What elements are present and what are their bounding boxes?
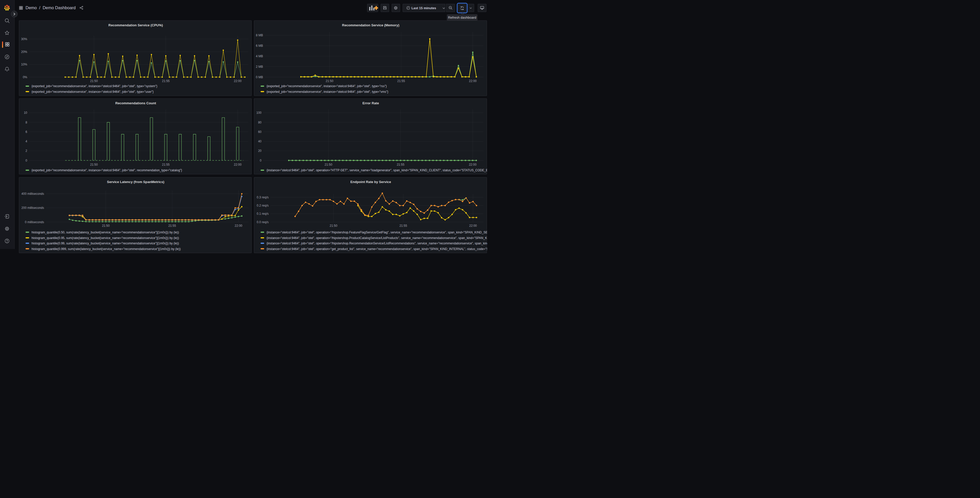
- svg-text:21:55: 21:55: [399, 224, 407, 228]
- svg-text:21:55: 21:55: [162, 163, 169, 166]
- svg-text:22:00: 22:00: [234, 224, 242, 228]
- svg-text:10: 10: [24, 111, 27, 115]
- svg-text:histogram_quantile(0.999, sum(: histogram_quantile(0.999, sum(rate(laten…: [32, 247, 181, 249]
- svg-text:6: 6: [25, 130, 27, 134]
- svg-text:4: 4: [25, 140, 27, 143]
- svg-text:6 MB: 6 MB: [256, 44, 263, 48]
- svg-text:{instance="otelcol:9464", job=: {instance="otelcol:9464", job="otel", op…: [266, 231, 487, 234]
- svg-text:0.1 req/s: 0.1 req/s: [256, 212, 269, 215]
- svg-text:22:00: 22:00: [234, 79, 242, 83]
- svg-text:{exported_job="recommendations: {exported_job="recommendationservice", i…: [32, 168, 182, 172]
- svg-text:histogram_quantile(0.95, sum(r: histogram_quantile(0.95, sum(rate(latenc…: [32, 236, 179, 240]
- svg-text:{instance="otelcol:9464", job=: {instance="otelcol:9464", job="otel", op…: [266, 168, 487, 172]
- svg-text:10%: 10%: [21, 63, 27, 66]
- svg-text:21:55: 21:55: [396, 163, 404, 166]
- svg-text:Recommendations Count: Recommendations Count: [115, 101, 156, 105]
- svg-text:{instance="otelcol:9464", job=: {instance="otelcol:9464", job="otel", op…: [266, 242, 487, 245]
- svg-text:21:50: 21:50: [326, 79, 333, 83]
- svg-text:80: 80: [258, 121, 262, 124]
- svg-text:400 milliseconds: 400 milliseconds: [21, 192, 44, 196]
- svg-text:histogram_quantile(0.99, sum(r: histogram_quantile(0.99, sum(rate(latenc…: [32, 242, 179, 245]
- svg-text:21:50: 21:50: [90, 79, 98, 83]
- svg-text:21:55: 21:55: [397, 79, 405, 83]
- svg-text:20: 20: [258, 149, 262, 153]
- svg-text:{instance="otelcol:9464", job=: {instance="otelcol:9464", job="otel", op…: [266, 247, 487, 249]
- svg-text:Error Rate: Error Rate: [362, 101, 379, 105]
- svg-text:{exported_job="recommendations: {exported_job="recommendationservice", i…: [32, 90, 154, 94]
- svg-text:Endpoint Rate by Service: Endpoint Rate by Service: [350, 180, 391, 184]
- svg-text:Service Latency (from SpanMetr: Service Latency (from SpanMetrics): [107, 180, 164, 184]
- svg-text:40: 40: [258, 140, 262, 143]
- svg-text:21:55: 21:55: [162, 79, 169, 83]
- svg-text:20%: 20%: [21, 50, 27, 54]
- svg-text:21:55: 21:55: [168, 224, 176, 228]
- svg-text:100: 100: [256, 111, 261, 115]
- svg-text:0 MB: 0 MB: [256, 75, 263, 79]
- svg-text:Recommendation Service (CPU%): Recommendation Service (CPU%): [108, 23, 163, 27]
- svg-text:{exported_job="recommendations: {exported_job="recommendationservice", i…: [266, 90, 388, 94]
- svg-text:8 MB: 8 MB: [256, 34, 263, 37]
- svg-text:200 milliseconds: 200 milliseconds: [21, 206, 44, 210]
- svg-text:{exported_job="recommendations: {exported_job="recommendationservice", i…: [32, 85, 157, 88]
- svg-text:22:00: 22:00: [469, 79, 476, 83]
- svg-text:4 MB: 4 MB: [256, 54, 263, 58]
- svg-text:{exported_job="recommendations: {exported_job="recommendationservice", i…: [266, 85, 387, 88]
- svg-text:2: 2: [25, 149, 27, 153]
- svg-text:{instance="otelcol:9464", job=: {instance="otelcol:9464", job="otel", op…: [266, 236, 487, 240]
- svg-text:Recommendation Service (Memory: Recommendation Service (Memory): [342, 23, 399, 27]
- svg-text:22:00: 22:00: [469, 163, 476, 166]
- svg-text:60: 60: [258, 130, 262, 134]
- svg-text:21:50: 21:50: [102, 224, 110, 228]
- svg-text:0.2 req/s: 0.2 req/s: [256, 204, 269, 208]
- svg-text:21:50: 21:50: [325, 163, 332, 166]
- svg-text:0.3 req/s: 0.3 req/s: [256, 196, 269, 199]
- svg-text:22:00: 22:00: [469, 224, 477, 228]
- svg-text:22:00: 22:00: [234, 163, 242, 166]
- svg-text:0 milliseconds: 0 milliseconds: [25, 220, 44, 224]
- svg-text:21:50: 21:50: [329, 224, 337, 228]
- svg-text:0.0 req/s: 0.0 req/s: [256, 220, 269, 224]
- svg-text:0%: 0%: [23, 75, 27, 79]
- svg-text:21:50: 21:50: [90, 163, 98, 166]
- svg-text:0: 0: [259, 159, 261, 162]
- svg-text:0: 0: [25, 159, 27, 162]
- svg-text:8: 8: [25, 121, 27, 124]
- svg-text:2 MB: 2 MB: [256, 65, 263, 69]
- svg-text:histogram_quantile(0.50, sum(r: histogram_quantile(0.50, sum(rate(latenc…: [32, 231, 179, 234]
- svg-text:30%: 30%: [21, 37, 27, 41]
